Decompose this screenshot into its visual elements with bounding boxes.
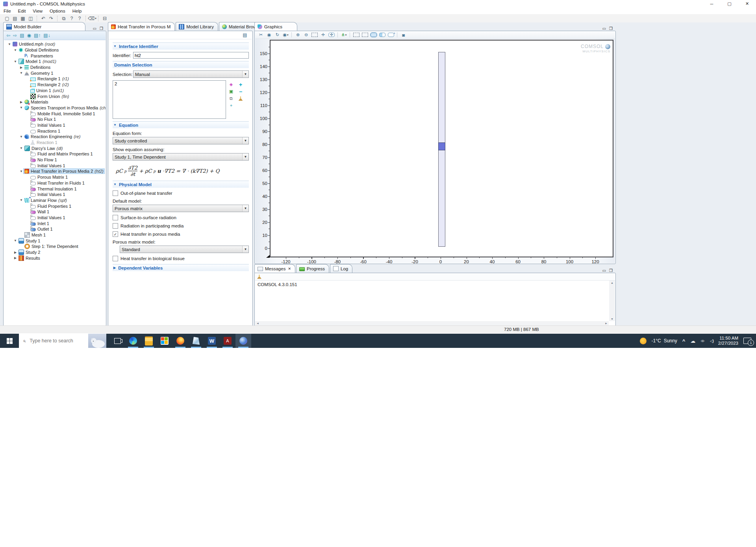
panel-restore-icon[interactable]: ❐ (100, 26, 103, 31)
back-icon[interactable]: ⇦ (6, 33, 10, 38)
horizontal-scrollbar[interactable]: ◄ ► (255, 321, 609, 325)
menu-help[interactable]: Help (69, 9, 85, 13)
zoom-in-icon[interactable]: ⊕ (294, 32, 302, 38)
equation-form-combo[interactable]: Study controlled ▼ (113, 137, 249, 144)
checkbox-out-of-plane[interactable]: Out-of-plane heat transfer (113, 190, 249, 196)
tray-chevron-icon[interactable]: ^ (682, 338, 686, 344)
tree-item-untitled-mph[interactable]: ▼Untitled.mph(root) (4, 41, 106, 47)
menu-view[interactable]: View (29, 9, 46, 13)
zoom-extents-icon[interactable]: ✛ (319, 32, 327, 38)
taskbar-app-word[interactable]: W (204, 334, 220, 348)
panel-restore-icon[interactable]: ❐ (609, 26, 613, 31)
menu-file[interactable]: File (0, 9, 15, 13)
tree-item-reactions-1[interactable]: Reactions 1 (4, 128, 106, 134)
taskbar-clock[interactable]: 11:50 AM 2/27/2023 (718, 336, 738, 346)
scroll-up-icon[interactable]: ▲ (611, 281, 613, 284)
dropdown-caret-icon[interactable]: ▾ (345, 33, 347, 37)
tree-item-definitions[interactable]: ▶Definitions (4, 65, 106, 70)
scroll-down-icon[interactable]: ▼ (611, 318, 613, 320)
select-box-icon[interactable] (353, 33, 359, 37)
section-physical-model[interactable]: ▼ Physical Model (113, 181, 249, 188)
checkbox-participating-media[interactable]: Radiation in participating media (113, 223, 249, 229)
identifier-input[interactable] (133, 52, 249, 59)
save-file-icon[interactable]: ▦ (19, 15, 26, 22)
tree-item-reaction-1[interactable]: Reaction 1 (4, 140, 106, 146)
add-selection-mode-icon[interactable] (379, 33, 385, 37)
tree-caret-icon[interactable]: ▶ (19, 100, 24, 104)
panel-minimize-icon[interactable]: ▭ (93, 26, 96, 31)
tab-model-library[interactable]: Model Library (176, 22, 218, 31)
menu-options[interactable]: Options (46, 9, 69, 13)
taskbar-app-media-glass[interactable] (188, 334, 204, 348)
tree-item-inlet-1[interactable]: Inlet 1 (4, 220, 106, 226)
tree-item-wall-1[interactable]: Wall 1 (4, 209, 106, 215)
tree-item-initial-values-1[interactable]: Initial Values 1 (4, 192, 106, 198)
checkbox-surface-radiation[interactable]: Surface-to-surface radiation (113, 215, 249, 220)
checkbox-porous-media[interactable]: ✓ Heat transfer in porous media (113, 231, 249, 237)
tree-item-study-1[interactable]: ▼Study 1 (4, 238, 106, 244)
tree-item-mobile-fluid-immobile-solid-1[interactable]: Mobile Fluid, Immobile Solid 1 (4, 111, 106, 116)
minimize-button[interactable]: ─ (703, 0, 721, 7)
undo-icon[interactable]: ↶ (40, 15, 47, 22)
taskbar-app-task-view[interactable] (109, 334, 125, 348)
redo-icon[interactable]: ↷ (48, 15, 55, 22)
menu-edit[interactable]: Edit (15, 9, 30, 13)
tree-caret-icon[interactable]: ▶ (19, 66, 24, 69)
domain-list-item[interactable]: 2 (115, 81, 224, 86)
tree-item-fluid-properties-1[interactable]: Fluid Properties 1 (4, 203, 106, 209)
print-icon[interactable]: ◫ (27, 15, 34, 22)
tree-item-rectangle-1[interactable]: Rectangle 1(r1) (4, 76, 106, 82)
section-interface-identifier[interactable]: ▼ Interface Identifier (113, 43, 249, 50)
tree-item-union-1[interactable]: Union 1(uni1) (4, 88, 106, 94)
section-domain-selection[interactable]: Domain Selection (113, 61, 249, 68)
checkbox-icon[interactable] (113, 215, 118, 220)
tree-item-step-1-time-dependent[interactable]: Step 1: Time Dependent (4, 244, 106, 249)
tree-item-outlet-1[interactable]: Outlet 1 (4, 226, 106, 232)
taskbar-app-comsol[interactable] (235, 334, 251, 348)
zoom-box-icon[interactable] (311, 33, 318, 37)
scroll-right-icon[interactable]: ► (605, 322, 608, 325)
volume-icon[interactable]: ◁) (710, 338, 713, 344)
dropdown-caret-icon[interactable]: ▾ (95, 17, 96, 20)
tree-item-mesh-1[interactable]: Mesh 1 (4, 232, 106, 238)
tree-item-model-1[interactable]: ▼Model 1(mod1) (4, 59, 106, 65)
remove-from-selection-button[interactable]: − (237, 88, 244, 95)
checkbox-checked-icon[interactable]: ✓ (113, 231, 118, 237)
weather-condition[interactable]: Sunny (664, 338, 677, 344)
weather-sun-icon[interactable] (640, 338, 647, 344)
clear-messages-broom-icon[interactable] (257, 275, 261, 279)
default-model-combo[interactable]: Porous matrix ▼ (113, 205, 249, 212)
tree-item-form-union[interactable]: Form Union(fin) (4, 93, 106, 99)
tab-messages[interactable]: Messages ✕ (254, 264, 295, 273)
visibility-icon[interactable]: ◉▾ (282, 32, 289, 38)
tree-caret-icon[interactable]: ▼ (19, 146, 24, 150)
tree-caret-icon[interactable]: ▼ (19, 71, 24, 75)
zoom-to-selection-button[interactable]: ⌖ (228, 102, 234, 109)
scroll-left-icon[interactable]: ◄ (256, 322, 259, 325)
section-dependent-variables[interactable]: ▶ Dependent Variables (113, 264, 249, 271)
panel-restore-icon[interactable]: ❐ (609, 268, 613, 273)
taskbar-app-acrobat[interactable]: A (220, 334, 235, 348)
tree-item-fluid-and-matrix-properties-1[interactable]: Fluid and Matrix Properties 1 (4, 151, 106, 157)
tree-item-no-flux-1[interactable]: No Flux 1 (4, 116, 106, 122)
tab-progress[interactable]: Progress (296, 264, 329, 273)
tree-item-global-definitions[interactable]: ▼Global Definitions (4, 47, 106, 53)
tree-item-initial-values-1[interactable]: Initial Values 1 (4, 163, 106, 168)
tree-caret-icon[interactable]: ▼ (19, 106, 24, 109)
dropdown-caret-icon[interactable]: ▾ (287, 33, 289, 37)
refresh-icon[interactable]: ↻ (274, 32, 281, 38)
tree-item-study-2[interactable]: ▶Study 2 (4, 249, 106, 255)
tree-caret-icon[interactable]: ▼ (13, 48, 18, 52)
domain-list[interactable]: 2 (113, 80, 226, 119)
taskbar-app-firefox[interactable] (172, 334, 188, 348)
tree-item-parameters[interactable]: PᵢParameters (4, 53, 106, 59)
tree-item-materials[interactable]: ▶Materials (4, 99, 106, 105)
weather-temp[interactable]: -1°C (652, 338, 661, 344)
show-eye-icon[interactable]: ◉ (265, 32, 273, 38)
tree-item-heat-transfer-in-fluids-1[interactable]: Heat Transfer in Fluids 1 (4, 180, 106, 186)
tree-item-rectangle-2[interactable]: Rectangle 2(r2) (4, 82, 106, 88)
tree-caret-icon[interactable]: ▼ (19, 135, 24, 139)
taskbar-app-microsoft-store[interactable] (157, 334, 172, 348)
tree-item-initial-values-1[interactable]: Initial Values 1 (4, 215, 106, 221)
tree-caret-icon[interactable]: ▶ (13, 251, 18, 254)
